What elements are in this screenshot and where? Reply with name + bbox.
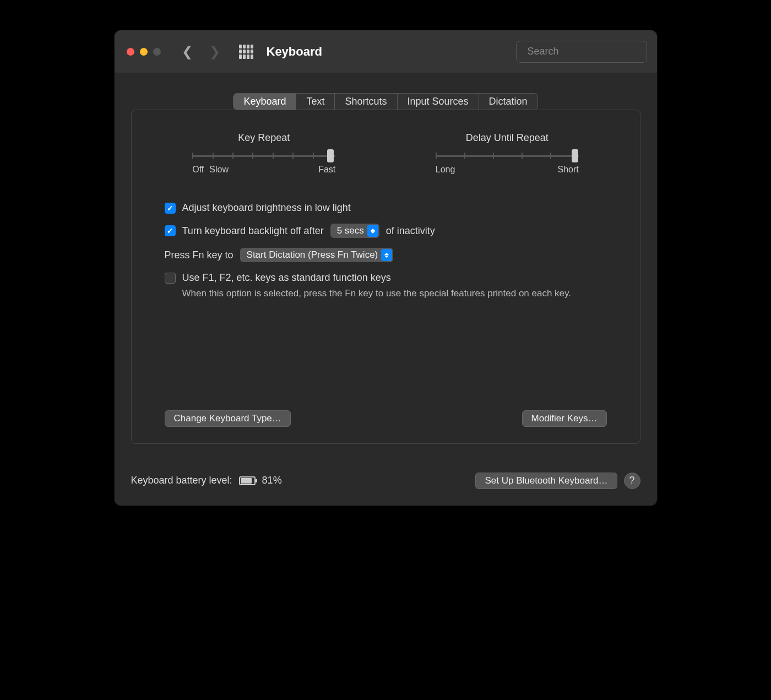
battery-label: Keyboard battery level: xyxy=(131,475,232,486)
window-controls xyxy=(127,48,161,56)
delay-slider[interactable] xyxy=(436,151,579,160)
select-caret-icon xyxy=(381,249,392,261)
label-long: Long xyxy=(436,165,455,175)
row-fn-key: Press Fn key to Start Dictation (Press F… xyxy=(165,248,607,262)
panel-footer: Change Keyboard Type… Modifier Keys… xyxy=(165,410,607,427)
delay-labels: Long Short xyxy=(436,165,579,175)
label-standard-fn: Use F1, F2, etc. keys as standard functi… xyxy=(182,272,391,284)
checkbox-standard-fn[interactable] xyxy=(165,273,176,284)
search-field[interactable] xyxy=(516,41,647,63)
change-keyboard-type-button[interactable]: Change Keyboard Type… xyxy=(165,410,291,427)
forward-button: ❯ xyxy=(209,44,220,59)
modifier-keys-button[interactable]: Modifier Keys… xyxy=(522,410,607,427)
label-fast: Fast xyxy=(318,165,335,175)
label-adjust-brightness: Adjust keyboard brightness in low light xyxy=(182,202,351,214)
select-fn-value: Start Dictation (Press Fn Twice) xyxy=(247,249,378,261)
back-button[interactable]: ❮ xyxy=(182,44,193,59)
label-backlight-suffix: of inactivity xyxy=(386,225,435,237)
label-off: Off xyxy=(192,165,204,175)
tab-shortcuts[interactable]: Shortcuts xyxy=(335,94,397,110)
label-backlight-prefix: Turn keyboard backlight off after xyxy=(182,225,324,237)
close-icon[interactable] xyxy=(127,48,134,56)
battery-icon xyxy=(239,476,256,485)
nav-arrows: ❮ ❯ xyxy=(182,44,220,59)
titlebar: ❮ ❯ Keyboard xyxy=(115,30,657,73)
checkbox-adjust-brightness[interactable] xyxy=(165,203,176,214)
select-caret-icon xyxy=(367,225,378,237)
bottom-bar: Keyboard battery level: 81% Set Up Bluet… xyxy=(115,460,657,506)
row-backlight-off: Turn keyboard backlight off after 5 secs… xyxy=(165,224,607,238)
row-standard-fn: Use F1, F2, etc. keys as standard functi… xyxy=(165,272,607,284)
key-repeat-slider[interactable] xyxy=(192,151,335,160)
window-title: Keyboard xyxy=(267,45,322,59)
sliders-row: Key Repeat xyxy=(165,132,607,175)
setup-bluetooth-button[interactable]: Set Up Bluetooth Keyboard… xyxy=(475,473,617,489)
show-all-icon[interactable] xyxy=(239,45,253,59)
select-backlight-value: 5 secs xyxy=(337,225,364,236)
helper-standard-fn: When this option is selected, press the … xyxy=(182,287,601,300)
row-adjust-brightness: Adjust keyboard brightness in low light xyxy=(165,202,607,214)
label-short: Short xyxy=(558,165,579,175)
select-fn-action[interactable]: Start Dictation (Press Fn Twice) xyxy=(240,248,394,262)
label-slow: Slow xyxy=(209,165,229,175)
tabs: Keyboard Text Shortcuts Input Sources Di… xyxy=(131,93,640,110)
tab-text[interactable]: Text xyxy=(296,94,335,110)
delay-label: Delay Until Repeat xyxy=(436,132,579,144)
battery-percent: 81% xyxy=(262,475,282,486)
zoom-icon xyxy=(153,48,161,56)
minimize-icon[interactable] xyxy=(140,48,148,56)
help-button[interactable]: ? xyxy=(624,473,640,489)
body: Keyboard Text Shortcuts Input Sources Di… xyxy=(115,73,657,460)
key-repeat-label: Key Repeat xyxy=(192,132,335,144)
keyboard-panel: Key Repeat xyxy=(131,110,640,444)
tab-keyboard[interactable]: Keyboard xyxy=(234,94,296,110)
select-backlight-timeout[interactable]: 5 secs xyxy=(330,224,379,238)
tab-input-sources[interactable]: Input Sources xyxy=(398,94,479,110)
key-repeat-group: Key Repeat xyxy=(192,132,335,175)
key-repeat-labels: Off Slow Fast xyxy=(192,165,335,175)
checkbox-backlight-off[interactable] xyxy=(165,225,176,236)
delay-group: Delay Until Repeat Long Short xyxy=(436,132,579,175)
tabbar: Keyboard Text Shortcuts Input Sources Di… xyxy=(233,93,537,110)
preferences-window: ❮ ❯ Keyboard Keyboard Text Shortcuts Inp… xyxy=(115,30,657,506)
tab-dictation[interactable]: Dictation xyxy=(479,94,537,110)
search-input[interactable] xyxy=(528,46,655,57)
label-fn-prefix: Press Fn key to xyxy=(165,249,234,261)
